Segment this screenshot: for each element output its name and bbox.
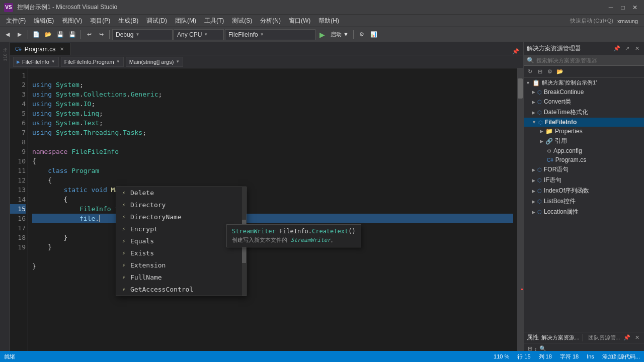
se-item-properties[interactable]: ▶ 📁 Properties [524, 127, 644, 136]
new-project-button[interactable]: 📄 [31, 29, 42, 40]
menu-project[interactable]: 项目(P) [86, 15, 114, 27]
method-dropdown[interactable]: Main(string[] args) ▼ [126, 57, 184, 67]
close-button[interactable]: ✕ [630, 3, 640, 13]
team-tab[interactable]: 团队资源管... [585, 334, 620, 341]
expand-icon: ▶ [540, 129, 543, 134]
project-icon: ⬡ [538, 120, 543, 125]
expand-icon: ▼ [532, 120, 536, 125]
main-layout: 110 % C# Program.cs ✕ 📌 ▶ FileFileInfo ▼… [0, 42, 644, 362]
platform-dropdown[interactable]: Any CPU ▼ [174, 29, 224, 40]
se-popout-button[interactable]: ↗ [623, 45, 631, 53]
se-item-references[interactable]: ▶ 🔗 引用 [524, 136, 644, 146]
method-icon: ⚡ [120, 262, 127, 269]
method-icon: ⚡ [120, 226, 127, 233]
se-item-filefileinfo[interactable]: ▼ ⬡ FileFileInfo [524, 118, 644, 127]
minimize-button[interactable]: ─ [606, 3, 616, 13]
se-showallfiles-button[interactable]: 📂 [556, 68, 564, 76]
code-content[interactable]: using System; using System.Collections.G… [28, 68, 517, 362]
se-item-for[interactable]: ▶ ⬡ FOR语句 [524, 164, 644, 175]
menu-debug[interactable]: 调试(D) [142, 15, 171, 27]
se-item-listbox[interactable]: ▶ ⬡ ListBox控件 [524, 196, 644, 207]
menu-analyze[interactable]: 分析(N) [256, 15, 285, 27]
se-item-breakcontinue[interactable]: ▶ ⬡ BreakContinue [524, 87, 644, 97]
menu-bar: 文件(F) 编辑(E) 视图(V) 项目(P) 生成(B) 调试(D) 团队(M… [0, 15, 644, 27]
se-close-button[interactable]: ✕ [633, 45, 641, 53]
project-icon: ⬡ [537, 99, 542, 105]
se-collapse-button[interactable]: ⊟ [536, 68, 544, 76]
tab-close-button[interactable]: ✕ [58, 46, 65, 53]
ac-item-directoryname[interactable]: ⚡ DirectoryName [116, 211, 246, 223]
se-properties-button[interactable]: ⚙ [546, 68, 554, 76]
prop-pin-button[interactable]: 📌 [623, 334, 631, 342]
se-item-convert[interactable]: ▶ ⬡ Convert类 [524, 97, 644, 107]
se-refresh-button[interactable]: ↻ [526, 68, 534, 76]
namespace-dropdown[interactable]: ▶ FileFileInfo ▼ [13, 57, 59, 67]
menu-build[interactable]: 生成(B) [114, 15, 142, 27]
menu-window[interactable]: 窗口(W) [285, 15, 314, 27]
menu-edit[interactable]: 编辑(E) [30, 15, 58, 27]
se-item-programcs[interactable]: C# Program.cs [524, 155, 644, 164]
add-to-sc-button[interactable]: 添加到源代码... [602, 353, 640, 360]
start-button[interactable]: ▶ [316, 29, 328, 40]
se-item-solution[interactable]: ▼ 📋 解决方案'控制台示例1' [524, 78, 644, 87]
tab-program-cs[interactable]: C# Program.cs ✕ [10, 43, 71, 55]
redo-button[interactable]: ↪ [96, 29, 107, 40]
ac-item-getaccesscontrol[interactable]: ⚡ GetAccessControl [116, 284, 246, 296]
ac-label: Extension [130, 260, 166, 270]
ac-item-directory[interactable]: ⚡ Directory [116, 199, 246, 211]
undo-button[interactable]: ↩ [84, 29, 95, 40]
back-button[interactable]: ◀ [2, 29, 13, 40]
profiler-button[interactable]: 📊 [368, 29, 379, 40]
expand-icon: ▶ [532, 210, 535, 215]
menu-tools[interactable]: 工具(T) [200, 15, 228, 27]
namespace-label: FileFileInfo [22, 59, 49, 65]
code-editor[interactable]: 12345 678910 11121314 15 16171819 using … [10, 68, 523, 362]
forward-button[interactable]: ▶ [14, 29, 25, 40]
menu-team[interactable]: 团队(M) [171, 15, 200, 27]
method-icon: ⚡ [120, 202, 127, 209]
class-dropdown[interactable]: FileFileInfo.Program ▼ [61, 57, 124, 67]
menu-test[interactable]: 测试(S) [228, 15, 256, 27]
project-icon: ⬡ [537, 89, 542, 95]
editor-scrollbar-thumb[interactable] [518, 78, 523, 99]
pin-tab-button[interactable]: 📌 [508, 48, 523, 55]
prop-close-button[interactable]: ✕ [633, 334, 641, 342]
method-icon: ⚡ [120, 274, 127, 281]
open-button[interactable]: 📂 [43, 29, 54, 40]
save-button[interactable]: 💾 [55, 29, 66, 40]
ac-item-delete[interactable]: ⚡ Delete [116, 187, 246, 199]
ac-item-extension[interactable]: ⚡ Extension [116, 259, 246, 272]
menu-view[interactable]: 视图(V) [58, 15, 86, 27]
se-item-appconfig[interactable]: ⚙ App.config [524, 146, 644, 155]
row-indicator: 行 15 [517, 353, 530, 360]
debug-mode-dropdown[interactable]: Debug ▼ [112, 29, 173, 40]
se-item-location[interactable]: ▶ ⬡ Location属性 [524, 207, 644, 217]
attach-button[interactable]: ⚙ [356, 29, 367, 40]
solution-explorer-tree: ▼ 📋 解决方案'控制台示例1' ▶ ⬡ BreakContinue ▶ ⬡ C… [524, 78, 644, 332]
maximize-button[interactable]: □ [618, 3, 628, 13]
project-label: DateTime格式化 [544, 108, 588, 117]
expand-icon: ▶ [532, 199, 535, 204]
se-item-if[interactable]: ▶ ⬡ IF语句 [524, 175, 644, 186]
ac-item-fullname[interactable]: ⚡ FullName [116, 272, 246, 284]
se-item-datetime[interactable]: ▶ ⬡ DateTime格式化 [524, 107, 644, 118]
ac-item-exists[interactable]: ⚡ Exists [116, 247, 246, 259]
method-icon: ⚡ [120, 250, 127, 257]
expand-icon: ▶ [532, 189, 535, 194]
right-panel: 解决方案资源管理器 📌 ↗ ✕ 🔍 ↻ ⊟ ⚙ 📂 ▼ 📋 解决方案'控制台示例… [523, 42, 644, 362]
startup-project-dropdown[interactable]: FileFileInfo ▼ [225, 29, 315, 40]
save-all-button[interactable]: 💾 [67, 29, 78, 40]
quick-launch-label: 快速启动 (Ctrl+Q) [570, 17, 613, 25]
folder-label: Properties [555, 128, 583, 135]
se-item-indexof[interactable]: ▶ ⬡ IndexOf序列函数 [524, 186, 644, 196]
project-label: BreakContinue [544, 88, 584, 96]
project-label: FileFileInfo [545, 119, 577, 126]
tooltip-signature: StreamWriter FileInfo.CreateText() [232, 228, 356, 235]
se-pin-button[interactable]: 📌 [613, 45, 621, 53]
editor-scrollbar[interactable] [517, 68, 523, 362]
menu-help[interactable]: 帮助(H) [314, 15, 343, 27]
se-search-input[interactable] [536, 57, 641, 63]
status-text: 就绪 [4, 353, 15, 360]
menu-file[interactable]: 文件(F) [2, 15, 30, 27]
se-tab[interactable]: 解决方案资源... [541, 334, 583, 341]
